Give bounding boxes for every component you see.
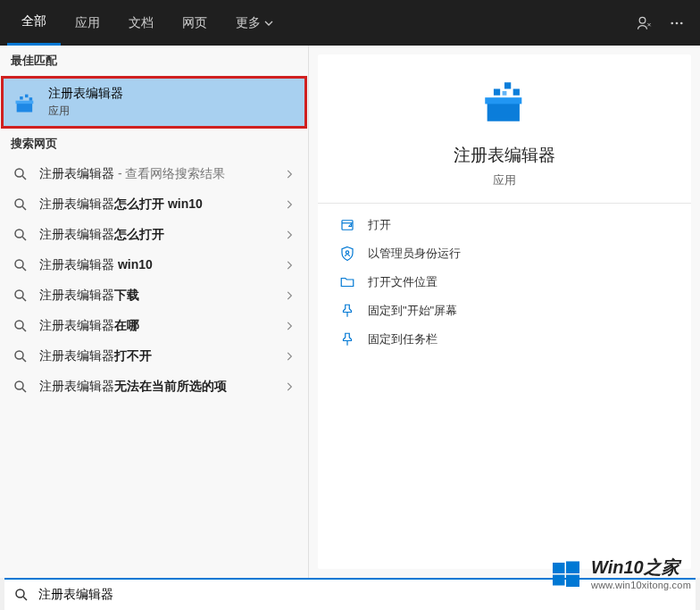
- details-panel: 注册表编辑器 应用 打开 以管理员身份运行 打开文件位置 固定到"开始"屏幕: [318, 54, 691, 569]
- svg-point-2: [676, 21, 679, 24]
- search-result-item[interactable]: 注册表编辑器 - 查看网络搜索结果: [0, 159, 308, 189]
- svg-point-12: [15, 260, 23, 268]
- svg-point-24: [346, 251, 348, 254]
- search-result-item[interactable]: 注册表编辑器怎么打开 win10: [0, 189, 308, 220]
- svg-point-3: [680, 21, 683, 24]
- details-hero: 注册表编辑器 应用: [318, 54, 691, 204]
- svg-rect-8: [29, 97, 33, 101]
- section-best-match: 最佳匹配: [0, 46, 308, 76]
- tab-web[interactable]: 网页: [168, 0, 221, 46]
- magnifier-icon: [12, 318, 29, 334]
- svg-point-14: [15, 321, 23, 329]
- svg-rect-17: [488, 102, 520, 121]
- svg-rect-5: [16, 100, 34, 104]
- best-match-item[interactable]: 注册表编辑器 应用: [1, 76, 307, 129]
- search-icon: [13, 587, 29, 603]
- search-tabs-bar: 全部 应用 文档 网页 更多: [0, 0, 700, 46]
- main-area: 最佳匹配 注册表编辑器 应用 搜索网页 注册表编辑器 - 查看网络搜索结果注册表…: [0, 46, 700, 578]
- details-subtitle: 应用: [493, 172, 516, 188]
- magnifier-icon: [12, 348, 29, 364]
- section-search-web: 搜索网页: [0, 129, 308, 159]
- chevron-right-icon: [283, 229, 296, 241]
- svg-rect-18: [485, 97, 521, 104]
- regedit-icon: [12, 90, 38, 115]
- svg-point-16: [15, 381, 23, 389]
- folder-icon: [339, 274, 355, 290]
- magnifier-icon: [12, 166, 29, 182]
- pin-icon: [339, 303, 355, 319]
- action-list: 打开 以管理员身份运行 打开文件位置 固定到"开始"屏幕 固定到任务栏: [318, 204, 691, 361]
- best-match-texts: 注册表编辑器 应用: [48, 86, 123, 119]
- search-result-item[interactable]: 注册表编辑器 win10: [0, 250, 308, 280]
- tab-more-label: 更多: [236, 15, 261, 31]
- chevron-down-icon: [264, 19, 273, 28]
- search-results-list: 注册表编辑器 - 查看网络搜索结果注册表编辑器怎么打开 win10注册表编辑器怎…: [0, 159, 308, 402]
- search-result-text: 注册表编辑器无法在当前所选的项: [39, 379, 276, 395]
- chevron-right-icon: [283, 198, 296, 211]
- search-result-item[interactable]: 注册表编辑器在哪: [0, 311, 308, 341]
- svg-rect-22: [503, 91, 507, 96]
- svg-rect-6: [20, 96, 23, 100]
- magnifier-icon: [12, 288, 29, 304]
- action-open-location[interactable]: 打开文件位置: [318, 268, 691, 297]
- best-match-subtitle: 应用: [48, 104, 123, 119]
- svg-rect-4: [17, 103, 32, 113]
- search-bar: [4, 578, 696, 610]
- magnifier-icon: [12, 196, 29, 213]
- svg-point-10: [15, 199, 23, 207]
- action-open-location-label: 打开文件位置: [368, 274, 438, 290]
- action-run-admin-label: 以管理员身份运行: [368, 246, 461, 262]
- action-open[interactable]: 打开: [318, 211, 691, 239]
- feedback-icon[interactable]: [629, 7, 661, 39]
- more-options-icon[interactable]: [661, 7, 693, 39]
- search-result-item[interactable]: 注册表编辑器怎么打开: [0, 220, 308, 250]
- tab-all[interactable]: 全部: [7, 0, 61, 46]
- action-pin-taskbar[interactable]: 固定到任务栏: [318, 325, 691, 354]
- details-title: 注册表编辑器: [454, 144, 555, 167]
- svg-rect-19: [494, 89, 500, 96]
- svg-rect-20: [504, 82, 511, 88]
- search-result-text: 注册表编辑器怎么打开: [39, 227, 276, 243]
- action-open-label: 打开: [368, 217, 391, 233]
- tab-apps[interactable]: 应用: [61, 0, 114, 46]
- chevron-right-icon: [283, 168, 296, 180]
- svg-point-11: [15, 230, 23, 238]
- action-pin-start-label: 固定到"开始"屏幕: [368, 303, 457, 319]
- svg-point-13: [15, 290, 23, 298]
- magnifier-icon: [12, 227, 29, 243]
- search-input[interactable]: [38, 588, 687, 602]
- action-pin-start[interactable]: 固定到"开始"屏幕: [318, 297, 691, 325]
- search-result-text: 注册表编辑器打不开: [39, 348, 276, 364]
- search-result-item[interactable]: 注册表编辑器无法在当前所选的项: [0, 372, 308, 402]
- tab-docs[interactable]: 文档: [114, 0, 168, 46]
- search-result-item[interactable]: 注册表编辑器打不开: [0, 341, 308, 372]
- magnifier-icon: [12, 379, 29, 395]
- action-pin-taskbar-label: 固定到任务栏: [368, 331, 438, 347]
- svg-point-25: [16, 589, 24, 597]
- chevron-right-icon: [283, 259, 296, 272]
- svg-rect-7: [25, 94, 29, 97]
- search-result-text: 注册表编辑器下载: [39, 288, 276, 304]
- best-match-title: 注册表编辑器: [48, 86, 123, 102]
- magnifier-icon: [12, 257, 29, 273]
- chevron-right-icon: [283, 380, 296, 393]
- svg-point-1: [671, 21, 673, 24]
- svg-rect-21: [513, 89, 520, 96]
- svg-point-9: [15, 169, 23, 177]
- regedit-large-icon: [479, 76, 530, 128]
- results-panel: 最佳匹配 注册表编辑器 应用 搜索网页 注册表编辑器 - 查看网络搜索结果注册表…: [0, 46, 309, 578]
- action-run-admin[interactable]: 以管理员身份运行: [318, 239, 691, 268]
- search-result-text: 注册表编辑器怎么打开 win10: [39, 196, 276, 213]
- search-result-text: 注册表编辑器在哪: [39, 318, 276, 334]
- open-icon: [339, 217, 355, 233]
- admin-icon: [339, 246, 355, 262]
- search-result-text: 注册表编辑器 win10: [39, 257, 276, 273]
- search-result-text: 注册表编辑器 - 查看网络搜索结果: [39, 166, 276, 182]
- chevron-right-icon: [283, 320, 296, 332]
- tab-more[interactable]: 更多: [221, 0, 288, 46]
- svg-point-0: [639, 17, 646, 23]
- chevron-right-icon: [283, 289, 296, 302]
- chevron-right-icon: [283, 350, 296, 363]
- search-result-item[interactable]: 注册表编辑器下载: [0, 280, 308, 311]
- svg-point-15: [15, 351, 23, 359]
